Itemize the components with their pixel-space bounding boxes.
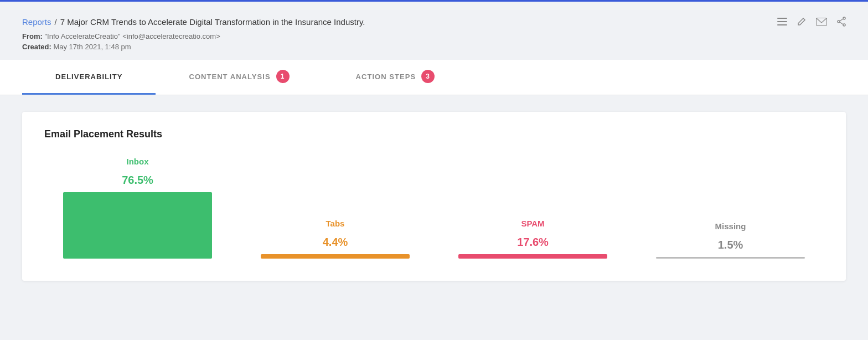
inbox-label: Inbox (127, 157, 149, 166)
created-value-text: May 17th 2021, 1:48 pm (53, 43, 131, 51)
meta-from: From: "Info AccelerateCreatio" <info@acc… (22, 32, 846, 40)
tabs-bar-wrapper (242, 254, 428, 259)
breadcrumb-separator: / (55, 17, 57, 27)
svg-point-4 (843, 17, 845, 19)
meta-created: Created: May 17th 2021, 1:48 pm (22, 43, 846, 51)
main-content: Email Placement Results Inbox 76.5% Tabs… (0, 95, 868, 297)
placement-col-tabs: Tabs 4.4% (242, 219, 428, 259)
reports-link[interactable]: Reports (22, 17, 51, 27)
inbox-pct: 76.5% (122, 174, 153, 187)
mail-icon[interactable] (816, 18, 827, 26)
inbox-bar (63, 192, 213, 259)
edit-icon[interactable] (797, 17, 806, 26)
placement-card: Email Placement Results Inbox 76.5% Tabs… (22, 112, 846, 281)
svg-rect-0 (777, 18, 787, 19)
missing-pct: 1.5% (718, 239, 743, 251)
top-actions (777, 17, 846, 27)
svg-line-7 (840, 19, 843, 21)
breadcrumb: Reports / 7 Major CRM Trends to Accelera… (22, 17, 846, 27)
tabs-bar (261, 254, 410, 259)
inbox-bar-wrapper (44, 192, 231, 259)
missing-bar-wrapper (637, 257, 824, 259)
tab-deliverability-label: DELIVERABILITY (55, 73, 122, 81)
svg-point-5 (838, 20, 840, 23)
created-label: Created: (22, 43, 51, 51)
page-wrapper: Reports / 7 Major CRM Trends to Accelera… (0, 0, 868, 297)
breadcrumb-title: 7 Major CRM Trends to Accelerate Digital… (60, 17, 365, 27)
svg-rect-1 (777, 21, 787, 22)
list-icon[interactable] (777, 18, 787, 25)
svg-line-8 (840, 22, 843, 24)
placement-col-missing: Missing 1.5% (637, 221, 824, 259)
from-value-text: "Info AccelerateCreatio" <info@accelerat… (44, 32, 220, 40)
tab-content-analysis-badge: 1 (276, 70, 290, 83)
placement-grid: Inbox 76.5% Tabs 4.4% SPAM (44, 157, 824, 259)
tab-action-steps-badge: 3 (421, 70, 435, 83)
tabs-bar: DELIVERABILITY CONTENT ANALYSIS 1 ACTION… (0, 60, 868, 95)
card-title: Email Placement Results (44, 128, 824, 140)
spam-pct: 17.6% (517, 236, 549, 249)
top-bar: Reports / 7 Major CRM Trends to Accelera… (0, 0, 868, 60)
tab-deliverability[interactable]: DELIVERABILITY (22, 60, 156, 95)
missing-label: Missing (715, 221, 746, 231)
missing-bar (656, 257, 805, 259)
spam-bar-wrapper (440, 254, 626, 259)
spam-bar (458, 254, 608, 259)
share-icon[interactable] (837, 17, 846, 27)
tabs-pct: 4.4% (323, 236, 348, 249)
from-label: From: (22, 32, 43, 40)
tab-content-analysis[interactable]: CONTENT ANALYSIS 1 (156, 60, 322, 95)
tab-action-steps[interactable]: ACTION STEPS 3 (323, 60, 468, 95)
tabs-label: Tabs (326, 219, 345, 228)
tab-action-steps-label: ACTION STEPS (356, 73, 416, 81)
tab-content-analysis-label: CONTENT ANALYSIS (189, 73, 270, 81)
placement-col-spam: SPAM 17.6% (440, 219, 626, 259)
placement-col-inbox: Inbox 76.5% (44, 157, 231, 259)
spam-label: SPAM (521, 219, 544, 228)
svg-rect-2 (777, 24, 787, 25)
svg-point-6 (843, 24, 845, 26)
